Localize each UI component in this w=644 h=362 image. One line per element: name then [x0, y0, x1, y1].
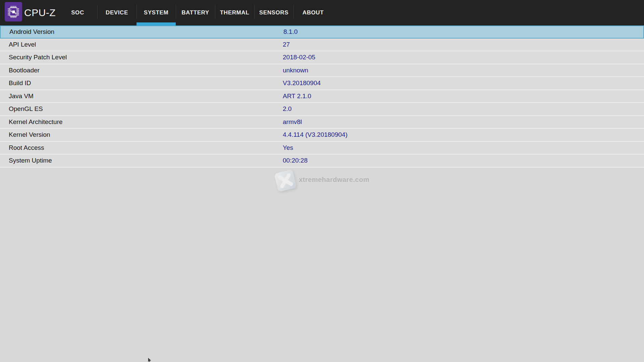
table-row-bootloader[interactable]: Bootloader unknown	[0, 64, 644, 77]
tab-battery[interactable]: BATTERY	[176, 0, 215, 25]
watermark-text: xtremehardware.com	[299, 176, 369, 184]
tab-system-label: SYSTEM	[144, 9, 169, 16]
row-label: System Uptime	[9, 157, 52, 164]
active-tab-indicator	[137, 22, 176, 25]
cpu-z-logo	[5, 2, 22, 21]
row-value: V3.20180904	[283, 79, 321, 87]
row-value: armv8l	[283, 118, 302, 126]
row-value: 27	[283, 41, 290, 48]
row-label: API Level	[9, 41, 36, 48]
tab-divider	[97, 5, 98, 19]
table-row-build-id[interactable]: Build ID V3.20180904	[0, 77, 644, 90]
tab-sensors[interactable]: SENSORS	[254, 0, 293, 25]
row-label: Bootloader	[9, 67, 40, 74]
table-row-system-uptime[interactable]: System Uptime 00:20:28	[0, 155, 644, 168]
chip-icon	[7, 4, 20, 19]
row-label: Build ID	[9, 79, 31, 87]
row-value: ART 2.1.0	[283, 93, 311, 100]
tab-divider	[293, 5, 294, 19]
row-label: Android Version	[9, 28, 54, 36]
watermark: xtremehardware.com	[276, 169, 369, 190]
row-label: Security Patch Level	[9, 54, 67, 61]
tab-system[interactable]: SYSTEM	[137, 0, 176, 25]
row-value: unknown	[283, 67, 308, 74]
tab-about[interactable]: ABOUT	[293, 0, 333, 25]
tab-device[interactable]: DEVICE	[97, 0, 137, 25]
row-label: Kernel Version	[9, 131, 50, 138]
system-info-table: Android Version 8.1.0 API Level 27 Secur…	[0, 25, 644, 168]
row-value: Yes	[283, 144, 293, 152]
tab-soc[interactable]: SOC	[58, 0, 97, 25]
app-title: CPU-Z	[24, 0, 56, 25]
tab-divider	[176, 5, 176, 19]
row-label: OpenGL ES	[9, 105, 43, 113]
table-row-root-access[interactable]: Root Access Yes	[0, 142, 644, 155]
mouse-cursor-icon	[148, 357, 152, 362]
row-value: 00:20:28	[283, 157, 308, 164]
row-value: 2018-02-05	[283, 54, 315, 61]
row-label: Kernel Architecture	[9, 118, 63, 126]
row-label: Root Access	[9, 144, 44, 152]
xtremehardware-logo-icon	[274, 169, 297, 192]
table-row-kernel-architecture[interactable]: Kernel Architecture armv8l	[0, 116, 644, 129]
tab-divider	[215, 5, 215, 19]
table-row-android-version[interactable]: Android Version 8.1.0	[0, 25, 644, 39]
tab-thermal[interactable]: THERMAL	[215, 0, 254, 25]
row-value: 8.1.0	[283, 28, 298, 36]
table-row-security-patch-level[interactable]: Security Patch Level 2018-02-05	[0, 51, 644, 64]
app-bar: CPU-Z SOC DEVICE SYSTEM BATTERY THERMAL …	[0, 0, 644, 25]
tab-bar: SOC DEVICE SYSTEM BATTERY THERMAL SENSOR…	[58, 0, 333, 25]
row-value: 2.0	[283, 105, 291, 113]
table-row-opengl-es[interactable]: OpenGL ES 2.0	[0, 103, 644, 116]
tab-divider	[254, 5, 255, 19]
row-value: 4.4.114 (V3.20180904)	[283, 131, 347, 138]
table-row-kernel-version[interactable]: Kernel Version 4.4.114 (V3.20180904)	[0, 129, 644, 142]
table-row-java-vm[interactable]: Java VM ART 2.1.0	[0, 90, 644, 103]
tab-divider	[137, 5, 137, 19]
table-row-api-level[interactable]: API Level 27	[0, 39, 644, 52]
row-label: Java VM	[9, 93, 34, 100]
